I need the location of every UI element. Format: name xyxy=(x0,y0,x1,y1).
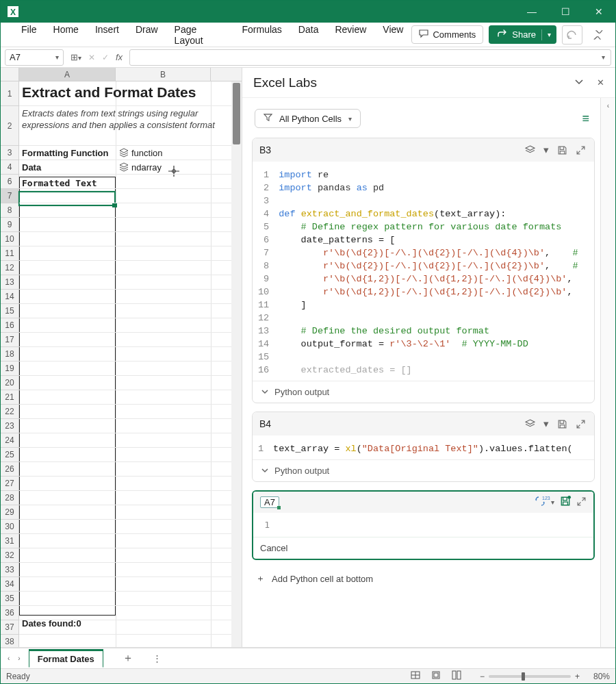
enter-fx-icon[interactable]: ✓ xyxy=(99,53,112,62)
row-header-21[interactable]: 21 xyxy=(1,390,18,405)
row-header-6[interactable]: 6 xyxy=(1,175,18,189)
minimize-icon[interactable]: — xyxy=(527,6,537,17)
zoom-slider[interactable] xyxy=(489,675,571,678)
row-header-20[interactable]: 20 xyxy=(1,376,18,390)
close-pane-icon[interactable]: ✕ xyxy=(597,77,604,88)
save-icon[interactable] xyxy=(556,144,569,157)
name-box[interactable]: A7 ▾ xyxy=(5,49,64,66)
tab-review[interactable]: Review xyxy=(326,20,374,50)
cancel-button[interactable]: Cancel xyxy=(253,537,593,559)
add-python-cell-button[interactable]: ＋ Add Python cell at bottom xyxy=(252,568,595,589)
close-icon[interactable]: ✕ xyxy=(595,6,603,17)
row-header-13[interactable]: 13 xyxy=(1,275,18,290)
row-header-36[interactable]: 36 xyxy=(1,606,18,620)
row-header-32[interactable]: 32 xyxy=(1,548,18,563)
column-header-B[interactable]: B xyxy=(116,68,211,81)
formula-input[interactable]: ▾ xyxy=(129,49,611,66)
expand-icon[interactable] xyxy=(574,144,587,157)
row-header-35[interactable]: 35 xyxy=(1,592,18,606)
new-sheet-icon[interactable]: ＋ xyxy=(112,651,144,666)
prev-sheet-icon[interactable]: ‹ xyxy=(8,655,10,662)
chevron-down-icon[interactable]: ▾ xyxy=(551,498,554,506)
chevron-down-icon[interactable]: ▾ xyxy=(542,416,550,431)
row-header-26[interactable]: 26 xyxy=(1,462,18,477)
chevron-down-icon[interactable] xyxy=(574,76,585,89)
zoom-value[interactable]: 80% xyxy=(593,672,610,681)
tab-home[interactable]: Home xyxy=(45,20,87,50)
code-editor-B4[interactable]: 1 text_array = xl("Data[Original Text]")… xyxy=(253,435,594,460)
sheet-tab-active[interactable]: Format Dates xyxy=(29,649,103,668)
tab-pagelayout[interactable]: Page Layout xyxy=(166,20,234,50)
row-header-24[interactable]: 24 xyxy=(1,433,18,448)
row-header-22[interactable]: 22 xyxy=(1,405,18,419)
row-header-34[interactable]: 34 xyxy=(1,577,18,592)
row-header-1[interactable]: 1 xyxy=(1,81,18,106)
row-header-15[interactable]: 15 xyxy=(1,304,18,318)
row-header-3[interactable]: 3 xyxy=(1,146,18,160)
row-header-27[interactable]: 27 xyxy=(1,477,18,491)
row-header-38[interactable]: 38 xyxy=(1,635,18,647)
row-header-8[interactable]: 8 xyxy=(1,203,18,218)
tab-insert[interactable]: Insert xyxy=(87,20,127,50)
layers-icon[interactable] xyxy=(524,418,537,431)
chevron-left-icon[interactable]: ‹ xyxy=(607,102,609,647)
maximize-icon[interactable]: ☐ xyxy=(561,6,570,17)
row-header-11[interactable]: 11 xyxy=(1,246,18,261)
pane-side-strip[interactable]: ‹ xyxy=(600,98,615,647)
row-header-30[interactable]: 30 xyxy=(1,520,18,534)
expand-icon[interactable] xyxy=(576,496,587,509)
row-header-14[interactable]: 14 xyxy=(1,290,18,304)
sheets-menu-icon[interactable]: ⋮ xyxy=(153,653,162,663)
row-header-23[interactable]: 23 xyxy=(1,419,18,433)
worksheet-grid[interactable]: A B 123467891011121314151617181920212223… xyxy=(1,68,242,647)
tab-draw[interactable]: Draw xyxy=(127,20,166,50)
row-header-28[interactable]: 28 xyxy=(1,491,18,505)
row-header-25[interactable]: 25 xyxy=(1,448,18,462)
clock-button[interactable] xyxy=(562,25,582,45)
chevron-down-icon[interactable]: ▾ xyxy=(602,53,605,61)
row-header-29[interactable]: 29 xyxy=(1,505,18,520)
fx-icon[interactable]: fx xyxy=(113,52,125,62)
view-pagebreak-icon[interactable] xyxy=(448,670,465,682)
row-header-2[interactable]: 2 xyxy=(1,106,18,146)
python-output-B4[interactable]: Python output xyxy=(253,460,594,481)
row-header-12[interactable]: 12 xyxy=(1,261,18,275)
row-header-10[interactable]: 10 xyxy=(1,232,18,246)
expand-icon[interactable] xyxy=(574,418,587,431)
row-header-17[interactable]: 17 xyxy=(1,333,18,347)
cells-area[interactable]: Extract and Format Dates Extracts dates … xyxy=(19,81,242,647)
tab-formulas[interactable]: Formulas xyxy=(234,20,290,50)
tab-data[interactable]: Data xyxy=(290,20,327,50)
row-header-7[interactable]: 7 xyxy=(1,189,18,203)
row-header-37[interactable]: 37 xyxy=(1,620,18,635)
column-header-A[interactable]: A xyxy=(19,68,116,81)
save-icon[interactable] xyxy=(556,418,569,431)
select-all-corner[interactable] xyxy=(1,68,19,81)
next-sheet-icon[interactable]: › xyxy=(18,655,20,662)
share-button[interactable]: Share ▾ xyxy=(489,25,556,44)
zoom-out-icon[interactable]: − xyxy=(480,672,485,681)
filter-chip[interactable]: All Python Cells ▾ xyxy=(255,109,361,128)
row-header-31[interactable]: 31 xyxy=(1,534,18,548)
view-normal-icon[interactable] xyxy=(407,670,424,682)
row-header-4[interactable]: 4 xyxy=(1,160,18,175)
tab-view[interactable]: View xyxy=(374,20,411,50)
convert-icon[interactable]: 123 xyxy=(535,496,546,509)
code-editor-A7[interactable]: 1 xyxy=(253,513,593,537)
zoom-in-icon[interactable]: + xyxy=(575,672,580,681)
chevron-down-icon[interactable]: ▾ xyxy=(542,142,550,157)
vertical-scrollbar[interactable] xyxy=(231,81,242,647)
active-cell-A7[interactable] xyxy=(18,191,116,206)
python-output-B3[interactable]: Python output xyxy=(253,381,594,403)
code-editor-B3[interactable]: 12345678910111213141516 import reimport … xyxy=(253,162,594,381)
row-header-19[interactable]: 19 xyxy=(1,362,18,376)
comments-button[interactable]: Comments xyxy=(411,25,483,44)
python-dropdown-icon[interactable]: ⊞▾ xyxy=(68,52,84,62)
row-header-16[interactable]: 16 xyxy=(1,318,18,333)
menu-icon[interactable]: ≡ xyxy=(582,112,593,126)
row-header-33[interactable]: 33 xyxy=(1,563,18,577)
layers-icon[interactable] xyxy=(524,144,537,157)
row-header-18[interactable]: 18 xyxy=(1,347,18,362)
tab-file[interactable]: File xyxy=(13,20,45,50)
save-commit-icon[interactable] xyxy=(560,496,571,509)
